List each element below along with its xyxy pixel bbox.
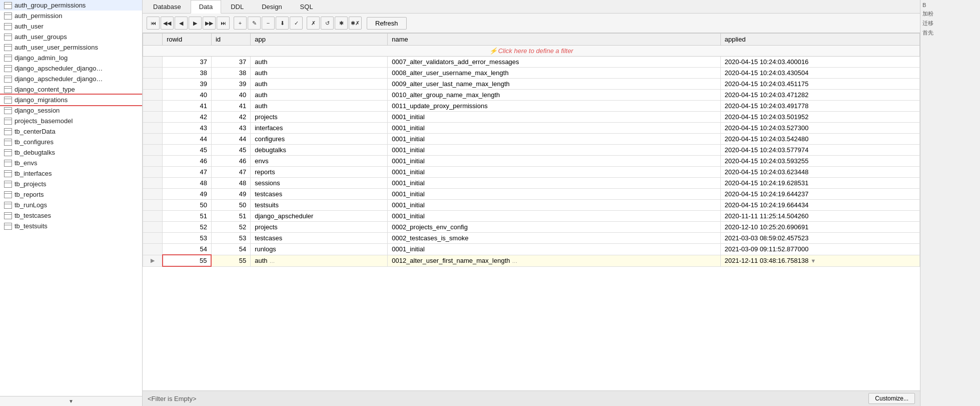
- table-row[interactable]: 4848sessions0001_initial2020-04-15 10:24…: [143, 178, 920, 189]
- table-row[interactable]: 4040auth0010_alter_group_name_max_length…: [143, 90, 920, 101]
- cell-rowid-15: 52: [163, 222, 212, 233]
- cell-applied-13: 2020-04-15 10:24:19.664434: [720, 200, 919, 211]
- sidebar-item-label-1: auth_permission: [15, 12, 62, 20]
- filter-text[interactable]: Click here to define a filter: [496, 47, 573, 55]
- sidebar-item-21[interactable]: tb_testsuits: [0, 221, 142, 231]
- sidebar-item-label-5: django_admin_log: [15, 54, 68, 62]
- sidebar-item-13[interactable]: tb_configures: [0, 137, 142, 147]
- refresh-button[interactable]: Refresh: [367, 17, 407, 30]
- sidebar-item-18[interactable]: tb_reports: [0, 189, 142, 200]
- last-button[interactable]: ⏭: [217, 17, 230, 30]
- confirm-button[interactable]: ✓: [290, 17, 303, 30]
- cell-id-4: 41: [211, 101, 250, 112]
- tab-sql[interactable]: SQL: [292, 0, 322, 13]
- sidebar-scroll-down-icon[interactable]: ▼: [66, 397, 77, 405]
- sidebar-item-2[interactable]: auth_user: [0, 21, 142, 32]
- sidebar-item-15[interactable]: tb_envs: [0, 158, 142, 168]
- sidebar-item-3[interactable]: auth_user_groups: [0, 32, 142, 42]
- cell-name-4: 0011_update_proxy_permissions: [388, 101, 720, 112]
- table-row[interactable]: ▶5555auth…0012_alter_user_first_name_max…: [143, 255, 920, 266]
- sidebar-item-16[interactable]: tb_interfaces: [0, 168, 142, 179]
- cell-rowid-1: 38: [163, 68, 212, 79]
- sidebar-item-8[interactable]: django_content_type: [0, 84, 142, 95]
- table-row[interactable]: 4747reports0001_initial2020-04-15 10:24:…: [143, 167, 920, 178]
- cell-applied-15: 2020-12-10 10:25:20.690691: [720, 222, 919, 233]
- cell-rowid-5: 42: [163, 112, 212, 123]
- sidebar-item-5[interactable]: django_admin_log: [0, 53, 142, 63]
- applied-dropdown-btn-18[interactable]: ▼: [808, 258, 818, 264]
- tab-data[interactable]: Data: [191, 0, 221, 14]
- table-icon-20: [4, 212, 12, 219]
- cell-id-11: 48: [211, 178, 250, 189]
- cell-app-17: runlogs: [251, 244, 388, 255]
- cell-id-10: 47: [211, 167, 250, 178]
- cell-applied-18: 2021-12-11 03:48:16.758138▼: [720, 255, 919, 266]
- table-row[interactable]: 5454runlogs0001_initial2021-03-09 09:11:…: [143, 244, 920, 255]
- data-area: rowididappnameapplied⚡ Click here to def…: [143, 33, 920, 406]
- table-row[interactable]: 4646envs0001_initial2020-04-15 10:24:03.…: [143, 156, 920, 167]
- table-row[interactable]: 5252projects0002_projects_env_config2020…: [143, 222, 920, 233]
- filter-row[interactable]: ⚡ Click here to define a filter: [143, 46, 920, 57]
- row-indicator-2: [143, 79, 163, 90]
- sidebar-item-20[interactable]: tb_testcases: [0, 210, 142, 221]
- cancel-button[interactable]: ✗: [307, 17, 320, 30]
- first-button[interactable]: ⏮: [147, 17, 160, 30]
- tab-database[interactable]: Database: [145, 0, 190, 13]
- sidebar-item-4[interactable]: auth_user_user_permissions: [0, 42, 142, 53]
- star-button[interactable]: ✱: [335, 17, 348, 30]
- app-ellipsis-btn-18[interactable]: …: [268, 258, 277, 264]
- sidebar-item-label-2: auth_user: [15, 23, 44, 30]
- table-row[interactable]: 3838auth0008_alter_user_username_max_len…: [143, 68, 920, 79]
- prev-multi-button[interactable]: ◀◀: [161, 17, 174, 30]
- sidebar-item-17[interactable]: tb_projects: [0, 179, 142, 189]
- cell-id-7: 44: [211, 134, 250, 145]
- table-row[interactable]: 5151django_apscheduler0001_initial2020-1…: [143, 211, 920, 222]
- sidebar-item-11[interactable]: projects_basemodel: [0, 116, 142, 126]
- sidebar-item-label-12: tb_centerData: [15, 128, 56, 135]
- sidebar-item-10[interactable]: django_session: [0, 105, 142, 116]
- table-icon-14: [4, 149, 12, 156]
- sidebar-item-14[interactable]: tb_debugtalks: [0, 147, 142, 158]
- cell-rowid-12: 49: [163, 189, 212, 200]
- next-multi-button[interactable]: ▶▶: [203, 17, 216, 30]
- cell-rowid-16: 53: [163, 233, 212, 244]
- sidebar-item-7[interactable]: django_apscheduler_django…: [0, 74, 142, 84]
- add-button[interactable]: +: [234, 17, 247, 30]
- sidebar-item-0[interactable]: auth_group_permissions: [0, 0, 142, 11]
- cell-app-5: projects: [251, 112, 388, 123]
- table-row[interactable]: 3737auth0007_alter_validators_add_error_…: [143, 57, 920, 68]
- cell-id-18: 55: [211, 255, 250, 266]
- next-button[interactable]: ▶: [189, 17, 202, 30]
- tab-ddl[interactable]: DDL: [222, 0, 252, 13]
- table-row[interactable]: 4141auth0011_update_proxy_permissions202…: [143, 101, 920, 112]
- star-clear-button[interactable]: ✱✗: [349, 17, 362, 30]
- table-row[interactable]: 5353testcases0002_testcases_is_smoke2021…: [143, 233, 920, 244]
- table-row[interactable]: 4343interfaces0001_initial2020-04-15 10:…: [143, 123, 920, 134]
- sidebar-item-label-14: tb_debugtalks: [15, 149, 55, 156]
- refresh-small-button[interactable]: ↺: [321, 17, 334, 30]
- sidebar-item-6[interactable]: django_apscheduler_django…: [0, 63, 142, 74]
- prev-button[interactable]: ◀: [175, 17, 188, 30]
- name-ellipsis-btn-18[interactable]: …: [510, 258, 520, 264]
- sidebar-item-1[interactable]: auth_permission: [0, 11, 142, 21]
- table-row[interactable]: 3939auth0009_alter_user_last_name_max_le…: [143, 79, 920, 90]
- sidebar-item-9[interactable]: django_migrations: [0, 95, 142, 105]
- cell-id-13: 50: [211, 200, 250, 211]
- cell-name-7: 0001_initial: [388, 134, 720, 145]
- cell-name-2: 0009_alter_user_last_name_max_length: [388, 79, 720, 90]
- move-down-button[interactable]: ⬇: [276, 17, 289, 30]
- cell-applied-3: 2020-04-15 10:24:03.471282: [720, 90, 919, 101]
- sidebar-item-19[interactable]: tb_runLogs: [0, 200, 142, 210]
- customize-button[interactable]: Customize...: [868, 393, 915, 404]
- cell-name-12: 0001_initial: [388, 189, 720, 200]
- table-row[interactable]: 4444configures0001_initial2020-04-15 10:…: [143, 134, 920, 145]
- table-row[interactable]: 4545debugtalks0001_initial2020-04-15 10:…: [143, 145, 920, 156]
- table-row[interactable]: 5050testsuits0001_initial2020-04-15 10:2…: [143, 200, 920, 211]
- table-row[interactable]: 4242projects0001_initial2020-04-15 10:24…: [143, 112, 920, 123]
- sidebar-item-12[interactable]: tb_centerData: [0, 126, 142, 137]
- tab-design[interactable]: Design: [253, 0, 290, 13]
- delete-button[interactable]: −: [262, 17, 275, 30]
- cell-rowid-7: 44: [163, 134, 212, 145]
- table-row[interactable]: 4949testcases0001_initial2020-04-15 10:2…: [143, 189, 920, 200]
- edit-button[interactable]: ✎: [248, 17, 261, 30]
